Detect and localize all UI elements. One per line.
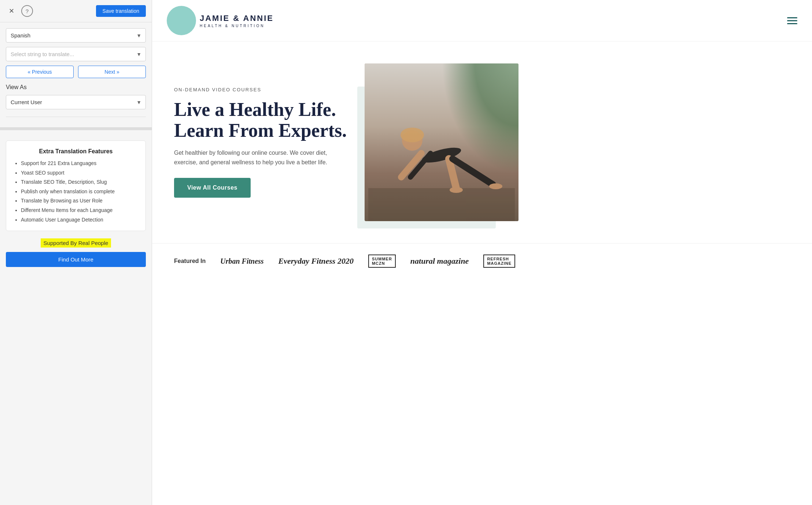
string-dropdown[interactable]: Select string to translate... <box>6 47 146 61</box>
hero-section: ON-DEMAND VIDEO COURSES Live a Healthy L… <box>152 41 812 243</box>
language-dropdown-container: Spanish French German ▼ <box>6 28 146 43</box>
list-item: Translate by Browsing as User Role <box>21 197 139 205</box>
svg-line-7 <box>453 159 493 184</box>
hero-image-area <box>365 63 518 221</box>
logo-subtitle: HEALTH & NUTRITION <box>200 24 274 28</box>
hero-image <box>365 63 518 221</box>
list-item: Support for 221 Extra Languages <box>21 160 139 167</box>
divider-1 <box>6 117 146 117</box>
view-as-label: View As <box>6 84 146 91</box>
site-logo: JAMIE & ANNIE HEALTH & NUTRITION <box>167 6 274 35</box>
hamburger-line-1 <box>787 17 797 18</box>
list-item: Different Menu Items for each Language <box>21 207 139 214</box>
close-button[interactable]: ✕ <box>6 6 17 17</box>
top-bar: ✕ ? Save translation <box>0 0 152 22</box>
save-translation-button[interactable]: Save translation <box>96 5 146 17</box>
nav-buttons: « Previous Next » <box>6 66 146 78</box>
hamburger-line-2 <box>787 20 797 21</box>
list-item: Translate SEO Title, Description, Slug <box>21 179 139 186</box>
svg-point-8 <box>450 187 463 193</box>
panel-body: Spanish French German ▼ Select string to… <box>0 22 152 273</box>
featured-section: Featured In Urban Fitness Everyday Fitne… <box>152 243 812 279</box>
featured-label: Featured In <box>174 258 206 264</box>
help-button[interactable]: ? <box>21 5 33 17</box>
brand-summer-mczn: SUMMERMCZN <box>368 255 396 268</box>
feature-list: Support for 221 Extra Languages Yoast SE… <box>13 160 139 223</box>
logo-text: JAMIE & ANNIE HEALTH & NUTRITION <box>200 14 274 28</box>
list-item: Publish only when translation is complet… <box>21 188 139 195</box>
hamburger-line-3 <box>787 23 797 24</box>
svg-rect-0 <box>368 188 515 221</box>
yoga-figure <box>365 63 518 221</box>
view-as-dropdown[interactable]: Current User Guest Admin <box>6 95 146 109</box>
view-all-courses-button[interactable]: View All Courses <box>174 178 251 198</box>
brand-everyday-fitness: Everyday Fitness 2020 <box>278 256 354 266</box>
logo-circle-icon <box>167 6 196 35</box>
logo-title: JAMIE & ANNIE <box>200 14 274 23</box>
thick-divider <box>0 127 152 130</box>
list-item: Yoast SEO support <box>21 169 139 177</box>
extra-features-title: Extra Translation Features <box>13 148 139 155</box>
brand-refresh: REFRESHMAGAZINE <box>483 255 515 268</box>
hero-text: ON-DEMAND VIDEO COURSES Live a Healthy L… <box>174 87 350 198</box>
supported-text: Supported By Real People <box>41 238 111 248</box>
svg-point-9 <box>489 183 502 189</box>
list-item: Automatic User Language Detection <box>21 216 139 224</box>
main-content: JAMIE & ANNIE HEALTH & NUTRITION ON-DEMA… <box>152 0 812 505</box>
brand-urban-fitness: Urban Fitness <box>220 257 263 266</box>
previous-button[interactable]: « Previous <box>6 66 74 78</box>
hero-tag: ON-DEMAND VIDEO COURSES <box>174 87 350 92</box>
hamburger-menu-button[interactable] <box>787 17 797 24</box>
language-dropdown[interactable]: Spanish French German <box>6 28 146 43</box>
hero-description: Get healthier by following our online co… <box>174 148 350 167</box>
view-as-dropdown-container: Current User Guest Admin ▼ <box>6 95 146 109</box>
svg-point-3 <box>401 128 424 142</box>
extra-features-box: Extra Translation Features Support for 2… <box>6 140 146 231</box>
brand-natural: natural magazine <box>410 256 469 266</box>
next-button[interactable]: Next » <box>78 66 146 78</box>
site-nav: JAMIE & ANNIE HEALTH & NUTRITION <box>152 0 812 41</box>
translation-panel: ✕ ? Save translation Spanish French Germ… <box>0 0 152 505</box>
featured-logos: Urban Fitness Everyday Fitness 2020 SUMM… <box>220 255 515 268</box>
string-dropdown-container: Select string to translate... ▼ <box>6 47 146 61</box>
hero-title: Live a Healthy Life. Learn From Experts. <box>174 99 350 141</box>
find-out-more-button[interactable]: Find Out More <box>6 252 146 267</box>
